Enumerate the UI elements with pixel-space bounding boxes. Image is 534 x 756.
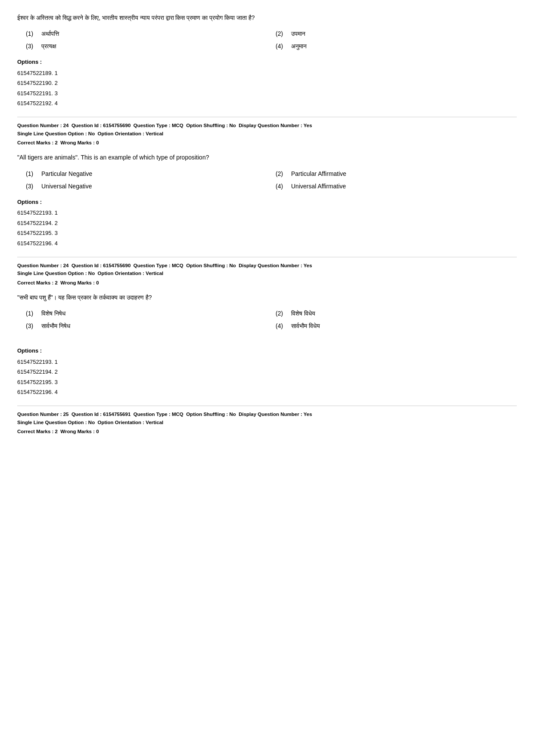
question-section-q24-hindi: "सभी बाघ पशु हैं"। यह किस प्रकार के तर्क… xyxy=(17,293,517,397)
options-list-q23-hindi: 61547522189. 1 61547522190. 2 6154752219… xyxy=(17,68,517,109)
question-text-q24-english: "All tigers are animals". This is an exa… xyxy=(17,153,517,162)
meta-line1-q25: Question Number : 25 Question Id : 61547… xyxy=(17,406,517,426)
option-text-3: प्रत्यक्ष xyxy=(41,42,56,51)
question-section-q24-english: "All tigers are animals". This is an exa… xyxy=(17,153,517,248)
option-value-3: 61547522191. 3 xyxy=(17,88,517,98)
option-value-2: 61547522194. 2 xyxy=(17,218,517,228)
option-num-4: (4) xyxy=(276,42,286,51)
option-3-q23-hindi: (3) प्रत्यक्ष xyxy=(26,42,267,51)
option-num-1: (1) xyxy=(26,169,36,178)
question-text-q24-hindi: "सभी बाघ पशु हैं"। यह किस प्रकार के तर्क… xyxy=(17,293,517,302)
question-section-q23-hindi: ईश्वर के अस्तित्व को सिद्ध करने के लिए, … xyxy=(17,13,517,108)
option-text-1: अर्थापत्ति xyxy=(41,29,59,38)
option-text-4: Universal Affirmative xyxy=(291,182,346,191)
option-num-2: (2) xyxy=(276,29,286,38)
options-grid-q24-hindi: (1) विशेष निषेध (2) विशेष विधेय (3) सार्… xyxy=(17,309,517,331)
correct-marks-q24: Correct Marks : 2 Wrong Marks : 0 xyxy=(17,139,517,147)
options-grid-q24-english: (1) Particular Negative (2) Particular A… xyxy=(17,169,517,191)
option-4-q24-hindi: (4) सार्वभौम विधेय xyxy=(276,322,517,331)
option-value-1: 61547522193. 1 xyxy=(17,208,517,218)
option-3-q24-hindi: (3) सार्वभौम निषेध xyxy=(26,322,267,331)
question-text-q23-hindi: ईश्वर के अस्तित्व को सिद्ध करने के लिए, … xyxy=(17,13,517,22)
option-4-q24-english: (4) Universal Affirmative xyxy=(276,182,517,191)
option-text-2: उपमान xyxy=(291,29,305,38)
option-2-q23-hindi: (2) उपमान xyxy=(276,29,517,38)
option-num-2: (2) xyxy=(276,169,286,178)
option-num-4: (4) xyxy=(276,182,286,191)
meta-line1-q24: Question Number : 24 Question Id : 61547… xyxy=(17,117,517,137)
option-num-3: (3) xyxy=(26,322,36,331)
option-1-q24-hindi: (1) विशेष निषेध xyxy=(26,309,267,318)
option-value-4: 61547522196. 4 xyxy=(17,387,517,397)
option-text-3: Universal Negative xyxy=(41,182,92,191)
options-list-q24-hindi: 61547522193. 1 61547522194. 2 6154752219… xyxy=(17,357,517,397)
option-value-2: 61547522190. 2 xyxy=(17,78,517,88)
options-list-q24-english: 61547522193. 1 61547522194. 2 6154752219… xyxy=(17,208,517,248)
option-num-3: (3) xyxy=(26,42,36,51)
meta-line1-q24-2: Question Number : 24 Question Id : 61547… xyxy=(17,257,517,278)
options-label-q24-english: Options : xyxy=(17,198,517,206)
options-label-q23-hindi: Options : xyxy=(17,58,517,66)
question-meta-q25: Question Number : 25 Question Id : 61547… xyxy=(17,406,517,435)
options-label-q24-hindi: Options : xyxy=(17,347,517,355)
option-value-4: 61547522196. 4 xyxy=(17,238,517,248)
option-2-q24-hindi: (2) विशेष विधेय xyxy=(276,309,517,318)
option-1-q23-hindi: (1) अर्थापत्ति xyxy=(26,29,267,38)
question-meta-q24-1: Question Number : 24 Question Id : 61547… xyxy=(17,117,517,147)
option-text-2: विशेष विधेय xyxy=(291,309,315,318)
option-value-1: 61547522193. 1 xyxy=(17,357,517,367)
option-num-1: (1) xyxy=(26,29,36,38)
option-text-4: सार्वभौम विधेय xyxy=(291,322,320,331)
options-grid-q23-hindi: (1) अर्थापत्ति (2) उपमान (3) प्रत्यक्ष (… xyxy=(17,29,517,51)
option-value-3: 61547522195. 3 xyxy=(17,228,517,238)
option-num-2: (2) xyxy=(276,309,286,318)
option-text-1: Particular Negative xyxy=(41,169,92,178)
option-value-2: 61547522194. 2 xyxy=(17,367,517,377)
option-num-3: (3) xyxy=(26,182,36,191)
option-3-q24-english: (3) Universal Negative xyxy=(26,182,267,191)
option-text-1: विशेष निषेध xyxy=(41,309,65,318)
option-text-2: Particular Affirmative xyxy=(291,169,346,178)
question-meta-q24-2: Question Number : 24 Question Id : 61547… xyxy=(17,257,517,287)
option-text-3: सार्वभौम निषेध xyxy=(41,322,70,331)
option-value-4: 61547522192. 4 xyxy=(17,98,517,108)
option-value-3: 61547522195. 3 xyxy=(17,377,517,387)
correct-marks-q25: Correct Marks : 2 Wrong Marks : 0 xyxy=(17,428,517,435)
option-4-q23-hindi: (4) अनुमान xyxy=(276,42,517,51)
option-2-q24-english: (2) Particular Affirmative xyxy=(276,169,517,178)
option-value-1: 61547522189. 1 xyxy=(17,68,517,78)
option-num-1: (1) xyxy=(26,309,36,318)
correct-marks-q24-2: Correct Marks : 2 Wrong Marks : 0 xyxy=(17,279,517,287)
option-text-4: अनुमान xyxy=(291,42,307,51)
option-1-q24-english: (1) Particular Negative xyxy=(26,169,267,178)
option-num-4: (4) xyxy=(276,322,286,331)
